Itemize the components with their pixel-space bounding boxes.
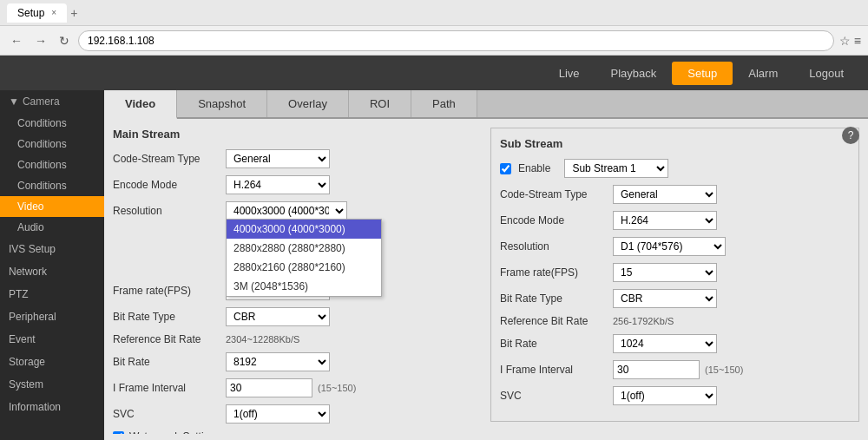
ref-bit-rate-label: Reference Bit Rate	[113, 333, 226, 345]
watermark-label: Watermark Settings	[129, 430, 220, 434]
sidebar-item-system[interactable]: System	[0, 373, 104, 396]
svc-label: SVC	[113, 408, 226, 420]
sub-i-frame-row: I Frame Interval (15~150)	[500, 360, 850, 379]
tab-video[interactable]: Video	[104, 90, 177, 119]
sub-framerate-select[interactable]: 15	[613, 263, 717, 282]
tab-close-icon[interactable]: ×	[51, 8, 56, 17]
bit-rate-row: Bit Rate 8192	[113, 352, 482, 371]
menu-icon[interactable]: ≡	[854, 34, 861, 48]
sidebar-item-event[interactable]: Event	[0, 328, 104, 351]
browser-navbar: ← → ↻ ☆ ≡	[0, 26, 868, 56]
i-frame-input[interactable]	[226, 378, 312, 397]
i-frame-row: I Frame Interval (15~150)	[113, 378, 482, 397]
encode-mode-label: Encode Mode	[113, 179, 226, 191]
resolution-label: Resolution	[113, 205, 226, 217]
code-stream-type-select[interactable]: General	[226, 149, 330, 168]
sub-framerate-label: Frame rate(FPS)	[500, 266, 613, 279]
sub-bit-rate-type-select[interactable]: CBR	[613, 289, 717, 308]
sub-stream-enable-label: Enable	[518, 162, 550, 174]
sub-ref-bit-rate-label: Reference Bit Rate	[500, 315, 613, 327]
sub-ref-bit-rate-value: 256-1792Kb/S	[613, 316, 674, 326]
sub-code-stream-row: Code-Stream Type General	[500, 185, 850, 204]
main-stream-title: Main Stream	[113, 128, 482, 141]
new-tab-icon[interactable]: +	[70, 6, 77, 20]
sub-i-frame-label: I Frame Interval	[500, 364, 613, 376]
tab-title: Setup	[17, 7, 44, 19]
sidebar-item-audio[interactable]: Audio	[0, 217, 104, 238]
alarm-button[interactable]: Alarm	[733, 62, 793, 85]
bit-rate-select[interactable]: 8192	[226, 352, 330, 371]
refresh-nav-button[interactable]: ↻	[56, 32, 73, 49]
res-option-2[interactable]: 2880x2880 (2880*2880)	[227, 239, 381, 258]
svc-row: SVC 1(off)	[113, 404, 482, 424]
help-icon[interactable]: ?	[842, 127, 859, 144]
sidebar-item-ivs-setup[interactable]: IVS Setup	[0, 238, 104, 260]
resolution-select[interactable]: 4000x3000 (4000*3000)	[226, 201, 347, 220]
camera-arrow-icon: ▼	[9, 95, 19, 108]
bit-rate-type-label: Bit Rate Type	[113, 311, 226, 323]
tab-overlay[interactable]: Overlay	[267, 90, 349, 117]
main-stream-pane: Main Stream Code-Stream Type General Enc…	[113, 128, 482, 425]
sub-ref-bit-rate-row: Reference Bit Rate 256-1792Kb/S	[500, 315, 850, 327]
tab-snapshot[interactable]: Snapshot	[177, 90, 267, 117]
sidebar-item-peripheral[interactable]: Peripheral	[0, 305, 104, 328]
i-frame-range: (15~150)	[318, 383, 356, 393]
res-option-3[interactable]: 2880x2160 (2880*2160)	[227, 258, 381, 277]
sidebar-item-conditions1[interactable]: Conditions	[0, 113, 104, 134]
encode-mode-row: Encode Mode H.264	[113, 175, 482, 194]
bit-rate-type-select[interactable]: CBR	[226, 307, 330, 326]
i-frame-label: I Frame Interval	[113, 382, 226, 394]
live-button[interactable]: Live	[543, 62, 595, 85]
sub-encode-mode-select[interactable]: H.264	[613, 211, 717, 230]
back-button[interactable]: ←	[7, 32, 26, 49]
ref-bit-rate-row: Reference Bit Rate 2304~12288Kb/S	[113, 333, 482, 345]
tab-roi[interactable]: ROI	[349, 90, 411, 117]
playback-button[interactable]: Playback	[595, 62, 673, 85]
encode-mode-select[interactable]: H.264	[226, 175, 330, 194]
sidebar-item-conditions4[interactable]: Conditions	[0, 175, 104, 196]
sub-stream-pane: Sub Stream Enable Sub Stream 1 Sub Strea…	[490, 128, 859, 425]
content-area: Video Snapshot Overlay ROI Path ? Main S…	[104, 90, 868, 440]
svc-select[interactable]: 1(off)	[226, 404, 330, 424]
main-layout: ▼ Camera Conditions Conditions Condition…	[0, 90, 868, 440]
sub-resolution-select[interactable]: D1 (704*576)	[613, 237, 726, 256]
forward-button[interactable]: →	[31, 32, 50, 49]
sidebar-item-ptz[interactable]: PTZ	[0, 283, 104, 305]
sub-bit-rate-select[interactable]: 1024	[613, 334, 717, 353]
bookmark-icon[interactable]: ☆	[839, 34, 851, 48]
sub-code-stream-select[interactable]: General	[613, 185, 717, 204]
sub-resolution-row: Resolution D1 (704*576)	[500, 237, 850, 256]
sidebar-item-conditions3[interactable]: Conditions	[0, 154, 104, 175]
sub-resolution-label: Resolution	[500, 240, 613, 253]
sub-svc-select[interactable]: 1(off)	[613, 386, 717, 405]
sub-bit-rate-label: Bit Rate	[500, 338, 613, 350]
sub-framerate-row: Frame rate(FPS) 15	[500, 263, 850, 282]
code-stream-type-row: Code-Stream Type General	[113, 149, 482, 168]
bit-rate-type-row: Bit Rate Type CBR	[113, 307, 482, 326]
sub-bit-rate-type-row: Bit Rate Type CBR	[500, 289, 850, 308]
sub-stream-type-select[interactable]: Sub Stream 1 Sub Stream 2	[564, 159, 668, 178]
sub-encode-mode-row: Encode Mode H.264	[500, 211, 850, 230]
logout-button[interactable]: Logout	[793, 62, 859, 85]
code-stream-type-label: Code-Stream Type	[113, 153, 226, 165]
sidebar-item-network[interactable]: Network	[0, 260, 104, 283]
sub-stream-title: Sub Stream	[500, 137, 850, 150]
sidebar-item-video[interactable]: Video	[0, 196, 104, 217]
address-bar[interactable]	[78, 30, 834, 51]
sub-stream-enable-checkbox[interactable]	[500, 163, 511, 174]
browser-tab[interactable]: Setup ×	[7, 3, 67, 23]
watermark-checkbox-row: Watermark Settings	[113, 430, 482, 434]
res-option-4[interactable]: 3M (2048*1536)	[227, 277, 381, 296]
sidebar-section-camera[interactable]: ▼ Camera	[0, 90, 104, 113]
sidebar-item-conditions2[interactable]: Conditions	[0, 134, 104, 154]
setup-button[interactable]: Setup	[672, 62, 733, 85]
sidebar-item-information[interactable]: Information	[0, 396, 104, 418]
res-option-1[interactable]: 4000x3000 (4000*3000)	[227, 220, 381, 239]
tab-path[interactable]: Path	[411, 90, 477, 117]
watermark-checkbox[interactable]	[113, 431, 124, 435]
sub-i-frame-range: (15~150)	[705, 364, 743, 375]
resolution-dropdown: 4000x3000 (4000*3000) 2880x2880 (2880*28…	[226, 219, 382, 297]
content-panes: Main Stream Code-Stream Type General Enc…	[104, 119, 868, 434]
sidebar-item-storage[interactable]: Storage	[0, 351, 104, 373]
sub-i-frame-input[interactable]	[613, 360, 700, 379]
